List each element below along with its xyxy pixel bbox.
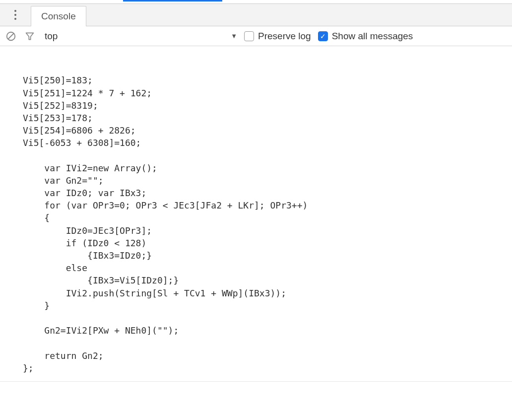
tab-console[interactable]: Console: [31, 6, 86, 26]
preserve-log-toggle[interactable]: Preserve log: [244, 31, 311, 42]
show-all-label: Show all messages: [332, 31, 413, 42]
console-message-code[interactable]: Vi5[250]=183; Vi5[251]=1224 * 7 + 162; V…: [0, 74, 512, 382]
checkbox-checked-icon: ✓: [318, 31, 328, 41]
chevron-down-icon: ▼: [231, 32, 237, 40]
funnel-icon: [25, 31, 35, 41]
console-toolbar: top ▼ Preserve log ✓ Show all messages: [0, 26, 512, 46]
clear-console-button[interactable]: [5, 30, 17, 42]
devtools-tabbar: Console: [0, 4, 512, 26]
show-all-messages-toggle[interactable]: ✓ Show all messages: [318, 31, 413, 42]
tab-label: Console: [41, 11, 76, 22]
active-tab-indicator: [123, 0, 222, 1]
ban-icon: [5, 31, 16, 42]
svg-line-1: [8, 33, 14, 39]
execution-context-selector[interactable]: top ▼: [43, 31, 237, 42]
context-label: top: [43, 31, 58, 42]
checkbox-unchecked-icon: [244, 31, 254, 41]
console-output: Vi5[250]=183; Vi5[251]=1224 * 7 + 162; V…: [0, 46, 512, 420]
more-tabs-button[interactable]: [0, 4, 31, 26]
filter-button[interactable]: [24, 30, 36, 42]
kebab-icon: [14, 10, 16, 20]
preserve-log-label: Preserve log: [258, 31, 311, 42]
panel-top-edge: [0, 0, 512, 4]
